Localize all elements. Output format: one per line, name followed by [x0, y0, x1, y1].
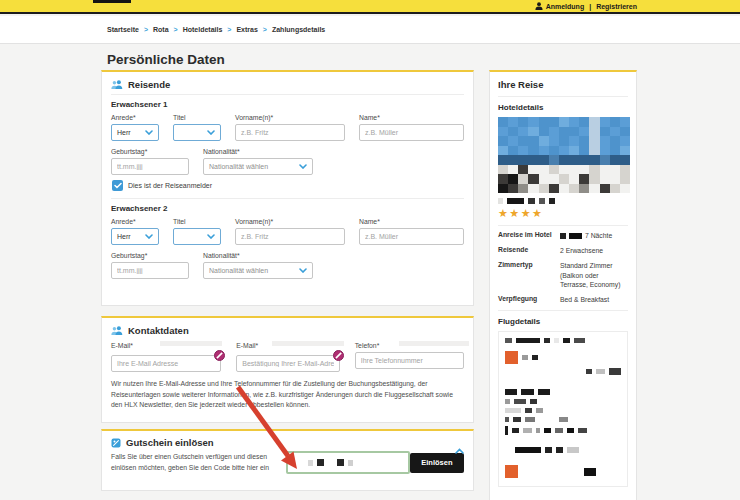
- chevron-down-icon: [299, 267, 307, 274]
- user-icon: [535, 2, 543, 10]
- adult2-vorname-label: Vorname(n)*: [235, 218, 345, 225]
- adult1-nationalitaet-select[interactable]: Nationalität wählen: [203, 158, 313, 175]
- voucher-section-title: Gutschein einlösen: [126, 437, 214, 448]
- trip-details-table: Anreise im Hotel7 NächteReisende2 Erwach…: [498, 231, 628, 305]
- contact-info-text: Wir nutzen Ihre E-Mail-Adresse und Ihre …: [111, 379, 464, 411]
- breadcrumb-separator: >: [227, 26, 231, 33]
- breadcrumb-item[interactable]: Hoteldetails: [183, 26, 223, 33]
- trip-summary-column: Ihre Reise Hoteldetails ★★★★ Anreise im …: [489, 70, 637, 500]
- breadcrumb-item[interactable]: Startseite: [107, 26, 139, 33]
- adult1-titel-label: Titel: [173, 114, 221, 121]
- collapse-chevron-up-icon[interactable]: [455, 440, 464, 458]
- trip-detail-row: VerpflegungBed & Breakfast: [498, 295, 628, 305]
- divider: [498, 96, 628, 97]
- adult2-anrede-label: Anrede*: [111, 218, 159, 225]
- adult2-geburtstag-input[interactable]: [111, 262, 189, 279]
- chevron-down-icon: [207, 233, 215, 240]
- breadcrumb-separator: >: [174, 26, 178, 33]
- flight-details-heading: Flugdetails: [498, 317, 628, 326]
- card-ihre-reise: Ihre Reise Hoteldetails ★★★★ Anreise im …: [489, 70, 637, 500]
- adult2-name-label: Name*: [359, 218, 464, 225]
- redacted-hotel-name: [498, 198, 628, 204]
- divider: [111, 94, 464, 95]
- breadcrumb-separator: >: [144, 26, 148, 33]
- hotel-details-heading: Hoteldetails: [498, 103, 628, 112]
- adult1-titel-select[interactable]: [173, 124, 221, 141]
- card-reisende: Reisende Erwachsener 1 Anrede* Herr Tite…: [101, 70, 474, 306]
- star-rating: ★★★★: [498, 207, 628, 220]
- adult1-heading: Erwachsener 1: [111, 100, 464, 109]
- chevron-down-icon: [145, 129, 153, 136]
- divider: [498, 310, 628, 311]
- breadcrumb-item[interactable]: Extras: [236, 26, 257, 33]
- autofill-blocked-icon: [214, 347, 225, 365]
- card-gutschein: Gutschein einlösen Falls Sie über einen …: [101, 429, 474, 491]
- register-link[interactable]: Registrieren: [596, 3, 637, 10]
- adult2-anrede-select[interactable]: Herr: [111, 228, 159, 245]
- breadcrumb-item[interactable]: Zahlungsdetails: [272, 26, 325, 33]
- chevron-down-icon: [207, 129, 215, 136]
- breadcrumb: Startseite>Rota>Hoteldetails>Extras>Zahl…: [107, 26, 325, 33]
- email-confirm-input[interactable]: [236, 355, 339, 372]
- reiseanmelder-checkbox[interactable]: [112, 180, 123, 191]
- adult2-titel-label: Titel: [173, 218, 221, 225]
- travellers-section-title: Reisende: [128, 79, 170, 90]
- divider: [498, 225, 628, 226]
- adult2-nationalitaet-label: Nationalität*: [203, 252, 313, 259]
- login-link[interactable]: Anmeldung: [546, 3, 585, 10]
- breadcrumb-item[interactable]: Rota: [153, 26, 169, 33]
- adult1-geburtstag-label: Geburtstag*: [111, 148, 189, 155]
- adult2-vorname-input[interactable]: [235, 228, 345, 245]
- redacted-flight-details: [498, 331, 628, 487]
- voucher-icon: [111, 438, 121, 448]
- email-input[interactable]: [111, 355, 221, 372]
- adult1-vorname-label: Vorname(n)*: [235, 114, 345, 121]
- breadcrumb-bar: Startseite>Rota>Hoteldetails>Extras>Zahl…: [0, 16, 740, 44]
- auth-links: Anmeldung | Registrieren: [535, 2, 637, 10]
- adult2-heading: Erwachsener 2: [111, 204, 464, 213]
- adult1-nationalitaet-label: Nationalität*: [203, 148, 313, 155]
- contact-section-title: Kontaktdaten: [128, 325, 189, 336]
- telefon-input[interactable]: [355, 352, 464, 369]
- adult1-name-input[interactable]: [359, 124, 464, 141]
- breadcrumb-separator: >: [263, 26, 267, 33]
- autofill-blocked-icon: [333, 347, 344, 365]
- card-kontaktdaten: Kontaktdaten E-Mail* E-Mail*: [101, 316, 474, 423]
- travellers-icon: [111, 80, 123, 89]
- redacted-voucher-code: [308, 459, 353, 466]
- adult1-anrede-select[interactable]: Herr: [111, 124, 159, 141]
- adult1-vorname-input[interactable]: [235, 124, 345, 141]
- adult1-geburtstag-input[interactable]: [111, 158, 189, 175]
- redacted-area: [399, 341, 469, 346]
- adult1-anrede-value: Herr: [117, 129, 131, 136]
- redacted-area: [272, 341, 344, 346]
- adult2-nationalitaet-value: Nationalität wählen: [209, 267, 268, 274]
- adult1-anrede-label: Anrede*: [111, 114, 159, 121]
- reiseanmelder-label: Dies ist der Reiseanmelder: [128, 182, 212, 189]
- trip-summary-title: Ihre Reise: [498, 79, 628, 90]
- adult1-name-label: Name*: [359, 114, 464, 121]
- page-title: Persönliche Daten: [107, 52, 225, 67]
- auth-separator: |: [589, 3, 591, 10]
- trip-detail-row: Anreise im Hotel7 Nächte: [498, 231, 628, 241]
- voucher-info-text: Falls Sie über einen Gutschein verfügen …: [111, 452, 286, 472]
- trip-detail-row: Reisende2 Erwachsene: [498, 246, 628, 256]
- adult1-nationalitaet-value: Nationalität wählen: [209, 163, 268, 170]
- adult2-name-input[interactable]: [359, 228, 464, 245]
- chevron-down-icon: [299, 163, 307, 170]
- adult2-nationalitaet-select[interactable]: Nationalität wählen: [203, 262, 313, 279]
- adult2-anrede-value: Herr: [117, 233, 131, 240]
- voucher-code-input[interactable]: [286, 451, 409, 474]
- divider: [111, 198, 464, 199]
- adult2-geburtstag-label: Geburtstag*: [111, 252, 189, 259]
- logo-fragment: [93, 0, 131, 3]
- chevron-down-icon: [145, 233, 153, 240]
- trip-detail-row: ZimmertypStandard Zimmer (Balkon oder Te…: [498, 261, 628, 291]
- main-column: Reisende Erwachsener 1 Anrede* Herr Tite…: [101, 70, 474, 491]
- top-bar: Anmeldung | Registrieren: [0, 0, 740, 14]
- hotel-photo-pixelated: [498, 117, 630, 193]
- contact-icon: [111, 326, 123, 335]
- adult2-titel-select[interactable]: [173, 228, 221, 245]
- redacted-area: [160, 341, 222, 346]
